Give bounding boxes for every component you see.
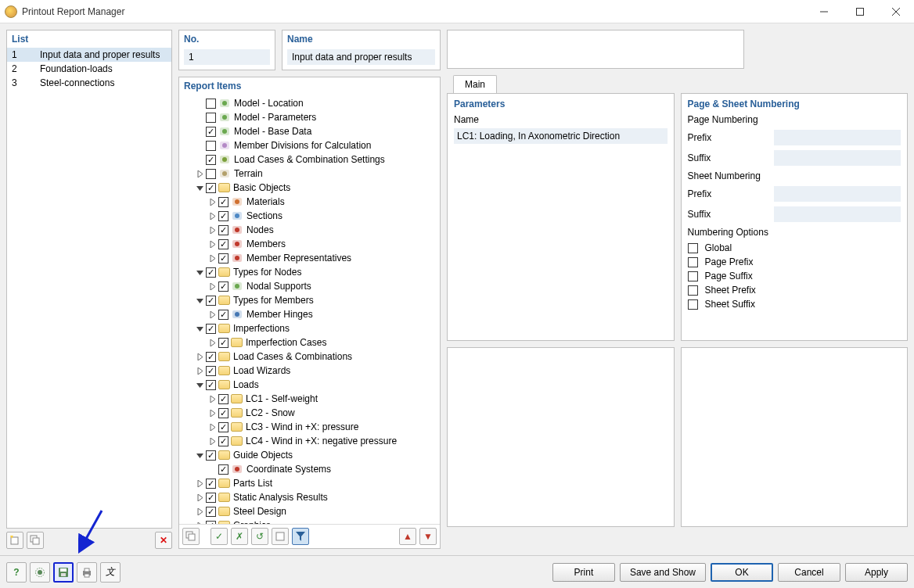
chevron-right-icon[interactable] <box>207 253 217 263</box>
tree-row[interactable]: Nodal Supports <box>182 279 437 293</box>
save-template-button[interactable] <box>53 562 74 583</box>
tree-row[interactable]: Guide Objects <box>182 448 437 462</box>
chevron-right-icon[interactable] <box>207 338 217 347</box>
tree-checkbox[interactable] <box>206 127 216 137</box>
chevron-right-icon[interactable] <box>207 422 217 432</box>
new-report-button[interactable] <box>6 532 23 549</box>
page-suffix-input[interactable] <box>774 150 901 166</box>
tree-checkbox[interactable] <box>206 141 216 151</box>
tree-checkbox[interactable] <box>206 507 216 517</box>
tree-row[interactable]: Static Analysis Results <box>182 490 437 504</box>
chevron-down-icon[interactable] <box>195 324 204 333</box>
close-button[interactable] <box>878 0 914 23</box>
chevron-right-icon[interactable] <box>207 408 217 418</box>
tree-checkbox[interactable] <box>218 239 228 249</box>
tree-row[interactable]: LC3 - Wind in +X: pressure <box>182 420 437 434</box>
numbering-option[interactable]: Global <box>688 242 901 253</box>
tree-row[interactable]: Types for Members <box>182 293 437 307</box>
tree-checkbox[interactable] <box>218 197 228 207</box>
save-and-show-button[interactable]: Save and Show <box>620 563 706 582</box>
tree-row[interactable]: Parts List <box>182 476 437 490</box>
list-row[interactable]: 2Foundation-loads <box>7 62 171 76</box>
tree-row[interactable]: Load Cases & Combination Settings <box>182 152 437 167</box>
cancel-button[interactable]: Cancel <box>778 563 840 582</box>
tree-row[interactable]: Basic Objects <box>182 181 437 195</box>
tree-checkbox[interactable] <box>218 422 228 432</box>
option-checkbox[interactable] <box>688 243 698 253</box>
tree-checkbox[interactable] <box>218 464 228 475</box>
chevron-right-icon[interactable] <box>195 493 204 502</box>
tree-checkbox[interactable] <box>206 450 216 461</box>
chevron-right-icon[interactable] <box>195 352 204 361</box>
tree-checkbox[interactable] <box>218 310 228 320</box>
minimize-button[interactable] <box>806 0 842 23</box>
tree-checkbox[interactable] <box>206 493 216 503</box>
option-checkbox[interactable] <box>688 271 698 281</box>
tab-main[interactable]: Main <box>453 75 497 93</box>
chevron-right-icon[interactable] <box>195 169 204 178</box>
tree-checkbox[interactable] <box>206 183 216 193</box>
tree-row[interactable]: Nodes <box>182 223 437 237</box>
tree-row[interactable]: Member Divisions for Calculation <box>182 138 437 152</box>
tree-row[interactable]: Model - Location <box>182 96 437 110</box>
tree-row[interactable]: Graphics <box>182 518 437 524</box>
settings-button[interactable] <box>30 562 50 583</box>
tree-row[interactable]: Sections <box>182 209 437 223</box>
chevron-right-icon[interactable] <box>195 479 204 488</box>
tree-row[interactable]: Loads <box>182 378 437 392</box>
chevron-right-icon[interactable] <box>207 310 217 319</box>
apply-button[interactable]: Apply <box>845 563 908 582</box>
tree-row[interactable]: Materials <box>182 195 437 209</box>
chevron-down-icon[interactable] <box>195 380 204 389</box>
refresh-button[interactable]: ↺ <box>251 528 268 545</box>
chevron-down-icon[interactable] <box>195 267 204 277</box>
tree-row[interactable]: Imperfections <box>182 321 437 335</box>
tree-checkbox[interactable] <box>206 366 216 376</box>
tree-row[interactable]: LC2 - Snow <box>182 406 437 420</box>
tree-row[interactable]: Terrain <box>182 167 437 181</box>
tree-row[interactable]: Coordinate Systems <box>182 462 437 476</box>
name-input[interactable] <box>287 49 435 65</box>
tree-checkbox[interactable] <box>206 155 216 165</box>
chevron-down-icon[interactable] <box>195 183 204 192</box>
sheet-prefix-input[interactable] <box>774 186 901 202</box>
tree-checkbox[interactable] <box>206 99 216 109</box>
print-setup-button[interactable] <box>77 562 97 583</box>
tree-checkbox[interactable] <box>206 479 216 489</box>
language-button[interactable]: 文 <box>100 562 121 583</box>
tree-row[interactable]: Types for Nodes <box>182 265 437 279</box>
chevron-right-icon[interactable] <box>207 394 217 403</box>
numbering-option[interactable]: Page Prefix <box>688 256 901 267</box>
no-input[interactable] <box>184 49 270 65</box>
copy-report-button[interactable] <box>27 532 44 549</box>
tree-checkbox[interactable] <box>206 267 216 278</box>
tree-row[interactable]: Steel Design <box>182 504 437 518</box>
tree-checkbox[interactable] <box>218 281 228 292</box>
chevron-down-icon[interactable] <box>195 450 204 460</box>
ok-button[interactable]: OK <box>711 563 773 582</box>
numbering-option[interactable]: Page Suffix <box>688 271 901 281</box>
maximize-button[interactable] <box>842 0 878 23</box>
tree-row[interactable]: LC4 - Wind in +X: negative pressure <box>182 434 437 448</box>
tree-checkbox[interactable] <box>206 324 216 334</box>
move-down-button[interactable]: ▼ <box>419 528 437 545</box>
tree-row[interactable]: Member Representatives <box>182 251 437 265</box>
option-checkbox[interactable] <box>688 257 698 267</box>
list-row[interactable]: 3Steel-connections <box>7 76 171 90</box>
numbering-option[interactable]: Sheet Suffix <box>688 299 901 310</box>
tree-row[interactable]: Load Wizards <box>182 364 437 378</box>
tree-checkbox[interactable] <box>218 338 228 348</box>
numbering-option[interactable]: Sheet Prefix <box>688 285 901 296</box>
chevron-right-icon[interactable] <box>207 211 217 220</box>
chevron-down-icon[interactable] <box>195 296 204 305</box>
help-button[interactable]: ? <box>6 562 27 583</box>
tree-checkbox[interactable] <box>206 169 216 179</box>
tree-checkbox[interactable] <box>218 211 228 221</box>
chevron-right-icon[interactable] <box>207 239 217 249</box>
chevron-right-icon[interactable] <box>207 225 217 235</box>
chevron-right-icon[interactable] <box>207 436 217 446</box>
tree-row[interactable]: Model - Base Data <box>182 124 437 138</box>
paste-button[interactable] <box>272 528 289 545</box>
report-items-tree[interactable]: Model - LocationModel - ParametersModel … <box>179 95 440 524</box>
chevron-right-icon[interactable] <box>195 507 204 516</box>
